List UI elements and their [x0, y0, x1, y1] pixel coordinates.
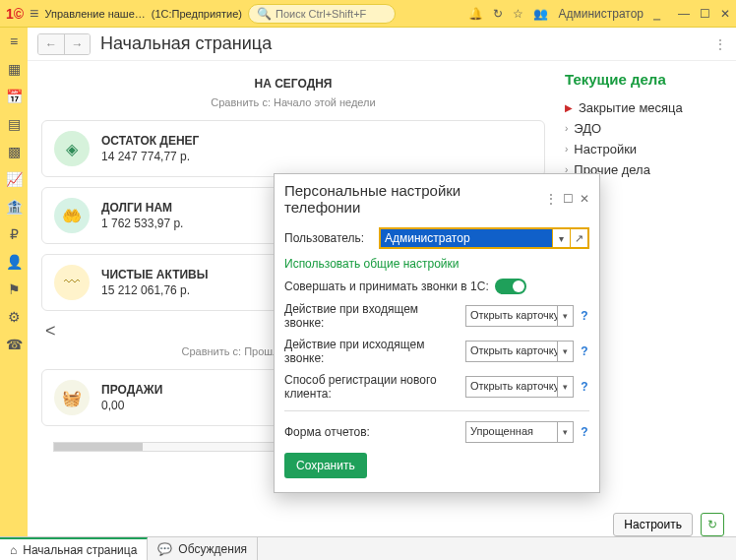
sidebar-bank-icon[interactable]: 🏦: [6, 199, 23, 215]
page-title: Начальная страница: [100, 33, 272, 54]
today-heading: НА СЕГОДНЯ: [41, 71, 545, 94]
sidebar-list-icon[interactable]: ▤: [8, 116, 21, 132]
close-button[interactable]: ✕: [720, 7, 730, 21]
nav-buttons: ← →: [37, 33, 91, 55]
today-compare[interactable]: Сравнить с: Начало этой недели: [41, 94, 545, 120]
search-input[interactable]: [276, 8, 387, 20]
modal-body: Пользователь: Администратор ▾ ↗ Использо…: [275, 221, 599, 492]
app-mode: (1С:Предприятие): [152, 8, 242, 20]
card-title: ЧИСТЫЕ АКТИВЫ: [101, 268, 209, 281]
incoming-action-select[interactable]: Открыть карточку клиента ▾: [465, 305, 574, 327]
sidebar-phone-icon[interactable]: ☎: [6, 337, 23, 352]
sidebar-gear-icon[interactable]: ⚙: [8, 309, 21, 325]
select-value: Открыть карточку клиента: [466, 377, 557, 397]
user-label: Пользователь:: [284, 231, 373, 245]
users-icon[interactable]: 👥: [533, 7, 548, 21]
modal-close-button[interactable]: ✕: [580, 192, 589, 206]
sidebar-ruble-icon[interactable]: ₽: [10, 226, 19, 242]
task-label: Закрытие месяца: [579, 100, 683, 115]
minimize-button[interactable]: —: [678, 7, 690, 21]
maximize-button[interactable]: ☐: [700, 7, 710, 21]
tasks-title: Текущие дела: [565, 71, 722, 88]
chat-icon: 💬: [157, 542, 172, 556]
user-dropdown-button[interactable]: ▾: [552, 229, 570, 247]
tab-label: Начальная страница: [23, 543, 137, 557]
report-form-label: Форма отчетов:: [284, 425, 460, 439]
use-common-link[interactable]: Использовать общие настройки: [284, 257, 460, 271]
sidebar-dashboard-icon[interactable]: ▦: [8, 61, 21, 77]
help-icon[interactable]: ?: [580, 344, 589, 358]
outgoing-action-select[interactable]: Открыть карточку клиента ▾: [465, 341, 574, 362]
help-icon[interactable]: ?: [580, 309, 589, 323]
app-title: Управление наше…: [44, 8, 145, 20]
task-label: ЭДО: [574, 121, 601, 136]
sidebar-person-icon[interactable]: 👤: [6, 254, 23, 270]
titlebar: 1© ≡ Управление наше… (1С:Предприятие) 🔍…: [0, 0, 736, 28]
filter-icon[interactable]: ⎯: [653, 7, 660, 21]
sidebar-menu-icon[interactable]: ≡: [10, 33, 18, 49]
user-field[interactable]: Администратор ▾ ↗: [379, 227, 589, 249]
chevron-down-icon[interactable]: ▾: [557, 306, 573, 326]
make-calls-label: Совершать и принимать звонки в 1С:: [284, 280, 489, 293]
chevron-right-icon: ›: [565, 123, 568, 134]
main: ← → Начальная страница ⋮ НА СЕГОДНЯ Срав…: [28, 28, 736, 536]
help-icon[interactable]: ?: [580, 380, 589, 394]
basket-icon: 🧺: [54, 380, 90, 415]
sidebar-calendar-icon[interactable]: 📅: [6, 89, 23, 104]
card-value: 15 212 061,76 р.: [101, 283, 209, 297]
menu-icon[interactable]: ≡: [30, 5, 38, 23]
chevron-down-icon[interactable]: ▾: [557, 342, 573, 361]
chevron-down-icon[interactable]: ▾: [557, 377, 573, 397]
scrollbar-thumb[interactable]: [54, 443, 143, 451]
bell-icon[interactable]: 🔔: [468, 7, 483, 21]
task-item[interactable]: ›ЭДО: [565, 118, 722, 139]
card-value: 14 247 774,77 р.: [101, 150, 199, 163]
money-icon: ◈: [54, 131, 90, 166]
task-item[interactable]: ▶Закрытие месяца: [565, 97, 722, 118]
page-top: ← → Начальная страница ⋮: [28, 28, 736, 61]
outgoing-action-label: Действие при исходящем звонке:: [284, 338, 460, 365]
nav-forward-button[interactable]: →: [64, 34, 90, 54]
modal-header: Персональные настройки телефонии ⋮ ☐ ✕: [275, 174, 599, 221]
task-label: Настройки: [574, 142, 637, 156]
user-open-button[interactable]: ↗: [570, 229, 587, 247]
search-icon: 🔍: [257, 7, 272, 21]
card-title: ОСТАТОК ДЕНЕГ: [101, 134, 199, 148]
make-calls-toggle[interactable]: [495, 279, 526, 294]
configure-button[interactable]: Настроить: [613, 513, 693, 536]
current-user[interactable]: Администратор: [558, 7, 644, 21]
chevron-down-icon[interactable]: ▾: [557, 422, 573, 442]
hand-icon: 🤲: [54, 198, 90, 233]
tab-discussions[interactable]: 💬 Обсуждения: [148, 537, 258, 560]
sidebar-grid-icon[interactable]: ▩: [8, 144, 21, 159]
nav-back-button[interactable]: ←: [38, 34, 64, 54]
home-icon: ⌂: [10, 543, 17, 557]
page-kebab-icon[interactable]: ⋮: [714, 37, 726, 51]
user-value: Администратор: [381, 229, 552, 247]
new-client-reg-select[interactable]: Открыть карточку клиента ▾: [465, 376, 574, 398]
search-box[interactable]: 🔍: [248, 4, 396, 24]
report-form-select[interactable]: Упрощенная ▾: [465, 421, 574, 443]
card-money-balance[interactable]: ◈ ОСТАТОК ДЕНЕГ 14 247 774,77 р.: [41, 120, 545, 177]
save-button[interactable]: Сохранить: [284, 453, 367, 478]
card-sales[interactable]: 🧺 ПРОДАЖИ 0,00: [41, 369, 288, 426]
star-icon[interactable]: ☆: [513, 7, 523, 21]
modal-kebab-icon[interactable]: ⋮: [545, 192, 557, 206]
sidebar-chart-icon[interactable]: 📈: [6, 171, 23, 187]
telephony-settings-modal: Персональные настройки телефонии ⋮ ☐ ✕ П…: [274, 173, 600, 493]
sidebar-flag-icon[interactable]: ⚑: [8, 281, 21, 297]
task-item[interactable]: ›Настройки: [565, 139, 722, 159]
card-value: 0,00: [101, 399, 162, 412]
tab-home[interactable]: ⌂ Начальная страница: [0, 537, 148, 560]
app-logo: 1©: [6, 6, 24, 22]
select-value: Открыть карточку клиента: [466, 306, 557, 326]
refresh-button[interactable]: ↻: [701, 513, 724, 536]
modal-maximize-button[interactable]: ☐: [563, 192, 574, 206]
tab-label: Обсуждения: [178, 542, 247, 556]
incoming-action-label: Действие при входящем звонке:: [284, 302, 460, 330]
history-icon[interactable]: ↻: [493, 7, 503, 21]
card-title: ПРОДАЖИ: [101, 383, 162, 397]
help-icon[interactable]: ?: [580, 425, 589, 439]
sidebar: ≡ ▦ 📅 ▤ ▩ 📈 🏦 ₽ 👤 ⚑ ⚙ ☎: [0, 28, 28, 536]
card-value: 1 762 533,97 р.: [101, 217, 183, 230]
